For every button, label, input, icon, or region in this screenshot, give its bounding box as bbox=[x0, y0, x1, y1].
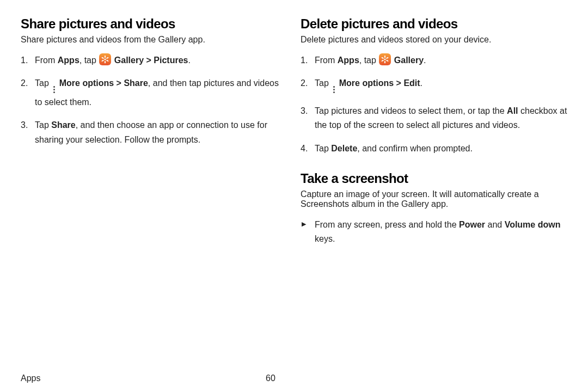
text: , and confirm when prompted. bbox=[357, 144, 473, 153]
apps-label: Apps bbox=[338, 56, 359, 65]
gallery-label: Gallery bbox=[114, 56, 144, 65]
power-label: Power bbox=[459, 220, 485, 229]
text: Tap bbox=[35, 78, 51, 88]
share-step-2: Tap More options > Share, and then tap p… bbox=[21, 76, 287, 109]
text: From any screen, press and hold the bbox=[315, 220, 459, 229]
page-number: 60 bbox=[266, 373, 275, 383]
left-column: Share pictures and videos Share pictures… bbox=[21, 16, 287, 262]
text: From bbox=[35, 56, 58, 65]
edit-label: Edit bbox=[403, 78, 420, 88]
screenshot-bullets: From any screen, press and hold the Powe… bbox=[301, 218, 567, 247]
delete-label: Delete bbox=[331, 144, 357, 153]
screenshot-bullet-1: From any screen, press and hold the Powe… bbox=[301, 218, 567, 247]
apps-label: Apps bbox=[58, 56, 79, 65]
separator: > bbox=[144, 56, 154, 65]
gallery-icon bbox=[379, 53, 391, 65]
share-label: Share bbox=[124, 78, 148, 88]
delete-step-3: Tap pictures and videos to select them, … bbox=[301, 104, 567, 133]
all-label: All bbox=[507, 106, 518, 115]
text: Tap bbox=[315, 78, 331, 88]
text: , tap bbox=[359, 56, 379, 65]
delete-heading: Delete pictures and videos bbox=[301, 16, 567, 32]
footer-section-label: Apps bbox=[21, 373, 40, 383]
volume-down-label: Volume down bbox=[505, 220, 561, 229]
delete-steps: From Apps, tap Gallery. Tap More options… bbox=[301, 53, 567, 156]
separator: > bbox=[394, 78, 403, 88]
svg-point-3 bbox=[384, 59, 386, 60]
more-options-icon bbox=[51, 84, 57, 95]
text: . bbox=[188, 56, 190, 65]
delete-intro: Delete pictures and videos stored on you… bbox=[301, 35, 567, 45]
text: Tap bbox=[315, 144, 331, 153]
text: From bbox=[315, 56, 338, 65]
text: , tap bbox=[79, 56, 99, 65]
share-label: Share bbox=[51, 120, 75, 130]
share-step-3: Tap Share, and then choose an app or con… bbox=[21, 118, 287, 147]
gallery-icon bbox=[99, 53, 111, 65]
right-column: Delete pictures and videos Delete pictur… bbox=[301, 16, 567, 262]
screenshot-heading: Take a screenshot bbox=[301, 171, 567, 186]
delete-step-4: Tap Delete, and confirm when prompted. bbox=[301, 142, 567, 156]
share-section: Share pictures and videos Share pictures… bbox=[21, 16, 287, 147]
more-options-label: More options bbox=[339, 78, 394, 88]
text: and bbox=[485, 220, 505, 229]
more-options-label: More options bbox=[59, 78, 114, 88]
share-step-1: From Apps, tap Gallery > Pictures. bbox=[21, 53, 287, 68]
screenshot-intro: Capture an image of your screen. It will… bbox=[301, 189, 567, 209]
share-steps: From Apps, tap Gallery > Pictures. Tap M… bbox=[21, 53, 287, 147]
gallery-label: Gallery bbox=[394, 56, 424, 65]
share-intro: Share pictures and videos from the Galle… bbox=[21, 35, 287, 45]
text: . bbox=[420, 78, 422, 88]
pictures-label: Pictures bbox=[154, 56, 188, 65]
screenshot-section: Take a screenshot Capture an image of yo… bbox=[301, 171, 567, 247]
share-heading: Share pictures and videos bbox=[21, 16, 287, 32]
more-options-icon bbox=[331, 84, 336, 95]
text: Tap pictures and videos to select them, … bbox=[315, 106, 507, 115]
text: . bbox=[424, 56, 426, 65]
separator: > bbox=[114, 78, 124, 88]
delete-section: Delete pictures and videos Delete pictur… bbox=[301, 16, 567, 156]
delete-step-1: From Apps, tap Gallery. bbox=[301, 53, 567, 68]
text: Tap bbox=[35, 120, 51, 130]
svg-point-1 bbox=[105, 59, 106, 60]
text: keys. bbox=[315, 234, 335, 243]
delete-step-2: Tap More options > Edit. bbox=[301, 76, 567, 95]
